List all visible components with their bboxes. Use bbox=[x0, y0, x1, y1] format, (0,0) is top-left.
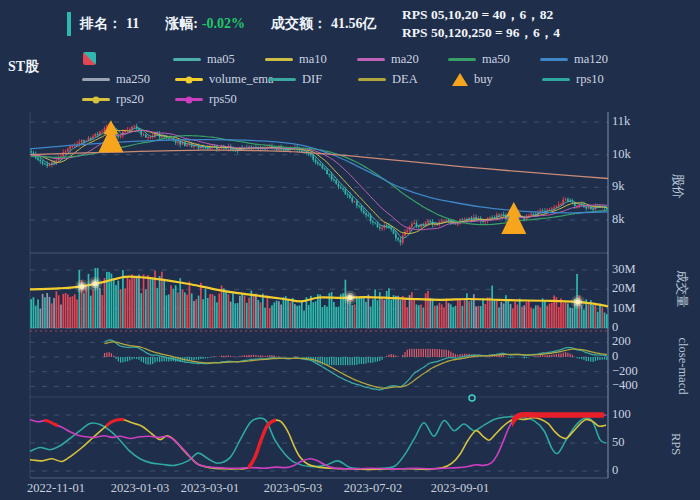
stock-name-label: ST股 bbox=[8, 58, 39, 76]
y-tick-label: 9k bbox=[612, 179, 625, 194]
volume_ema-line-icon bbox=[175, 78, 203, 81]
kline-icon bbox=[83, 52, 96, 65]
ma250-line-icon bbox=[82, 78, 110, 81]
legend-item-buy[interactable]: buy bbox=[452, 72, 493, 87]
x-axis-date: 2022-11-01 bbox=[14, 481, 98, 496]
buy-triangle-icon bbox=[452, 73, 468, 86]
volume_ema-dot-icon bbox=[186, 76, 193, 83]
legend-item-ma120[interactable]: ma120 bbox=[540, 52, 608, 67]
y-tick-label: 100 bbox=[612, 407, 631, 422]
legend-item-DEA[interactable]: DEA bbox=[358, 72, 418, 87]
legend-item-kline[interactable] bbox=[83, 52, 96, 65]
y-tick-label: 30M bbox=[612, 262, 636, 277]
header-accent-bar bbox=[67, 12, 71, 36]
legend-item-ma10[interactable]: ma10 bbox=[265, 52, 327, 67]
legend-label: rps50 bbox=[209, 92, 237, 107]
change-label: 涨幅: bbox=[165, 15, 198, 33]
legend-label: ma20 bbox=[391, 52, 419, 67]
legend-label: ma10 bbox=[299, 52, 327, 67]
ma120-line-icon bbox=[540, 58, 568, 61]
legend-item-DIF[interactable]: DIF bbox=[268, 72, 322, 87]
ma10-line-icon bbox=[265, 58, 293, 61]
macd-axis-title: close-macd bbox=[675, 338, 690, 395]
rank-label: 排名： bbox=[80, 15, 122, 33]
change-value: -0.02% bbox=[202, 16, 245, 32]
rps10-line-icon bbox=[542, 78, 570, 81]
rps50-line-icon bbox=[175, 98, 203, 101]
x-axis-date: 2023-07-02 bbox=[331, 481, 415, 496]
y-tick-label: 10M bbox=[612, 301, 636, 316]
y-tick-label: 50 bbox=[612, 435, 625, 450]
x-axis-date: 2023-03-01 bbox=[168, 481, 252, 496]
ma50-line-icon bbox=[448, 58, 476, 61]
DIF-line-icon bbox=[268, 78, 296, 81]
legend-item-ma20[interactable]: ma20 bbox=[357, 52, 419, 67]
DEA-line-icon bbox=[358, 78, 386, 81]
turnover-value: 41.56亿 bbox=[331, 15, 377, 33]
rps20-dot-icon bbox=[93, 96, 100, 103]
turnover-label: 成交额： bbox=[271, 15, 327, 33]
legend-label: ma120 bbox=[574, 52, 608, 67]
y-tick-label: 0 bbox=[612, 320, 618, 335]
legend-item-rps50[interactable]: rps50 bbox=[175, 92, 237, 107]
rps-short-readout: RPS 05,10,20 = 40，6，82 bbox=[402, 6, 560, 24]
y-tick-label: 200 bbox=[612, 334, 631, 349]
legend-label: buy bbox=[474, 72, 493, 87]
legend-label: ma250 bbox=[116, 72, 150, 87]
legend-label: rps10 bbox=[576, 72, 604, 87]
y-tick-label: 0 bbox=[612, 349, 618, 364]
legend-item-ma05[interactable]: ma05 bbox=[173, 52, 235, 67]
y-tick-label: 8k bbox=[612, 212, 625, 227]
volume-axis-title: 成交量 bbox=[673, 270, 690, 308]
legend-label: ma50 bbox=[482, 52, 510, 67]
legend-label: ma05 bbox=[207, 52, 235, 67]
price-axis-title: 股价 bbox=[669, 174, 686, 199]
rps50-dot-icon bbox=[186, 96, 193, 103]
y-tick-label: 0 bbox=[612, 463, 618, 478]
legend-item-ma50[interactable]: ma50 bbox=[448, 52, 510, 67]
legend-item-rps10[interactable]: rps10 bbox=[542, 72, 604, 87]
legend-item-rps20[interactable]: rps20 bbox=[82, 92, 144, 107]
y-tick-label: 10k bbox=[612, 147, 631, 162]
rps-long-readout: RPS 50,120,250 = 96，6，4 bbox=[402, 24, 560, 42]
legend-item-volume_ema[interactable]: volume_ema bbox=[175, 72, 274, 87]
stock-chart-app: 排名： 11 涨幅: -0.02% 成交额： 41.56亿 RPS 05,10,… bbox=[0, 0, 700, 500]
legend-item-ma250[interactable]: ma250 bbox=[82, 72, 150, 87]
y-tick-label: 20M bbox=[612, 281, 636, 296]
rps20-line-icon bbox=[82, 98, 110, 101]
y-tick-label: 11k bbox=[612, 114, 630, 129]
ma20-line-icon bbox=[357, 58, 385, 61]
legend-label: DEA bbox=[392, 72, 418, 87]
x-axis-date: 2023-05-03 bbox=[251, 481, 335, 496]
x-axis-date: 2023-09-01 bbox=[418, 481, 502, 496]
rps-axis-title: RPS bbox=[668, 433, 683, 455]
rank-value: 11 bbox=[126, 16, 139, 32]
ma05-line-icon bbox=[173, 58, 201, 61]
y-tick-label: −200 bbox=[612, 364, 638, 379]
legend-label: DIF bbox=[302, 72, 322, 87]
rps-readout: RPS 05,10,20 = 40，6，82 RPS 50,120,250 = … bbox=[402, 6, 560, 42]
y-tick-label: −400 bbox=[612, 378, 638, 393]
header-stats: 排名： 11 涨幅: -0.02% 成交额： 41.56亿 bbox=[67, 12, 403, 36]
legend-label: volume_ema bbox=[209, 72, 274, 87]
legend-label: rps20 bbox=[116, 92, 144, 107]
